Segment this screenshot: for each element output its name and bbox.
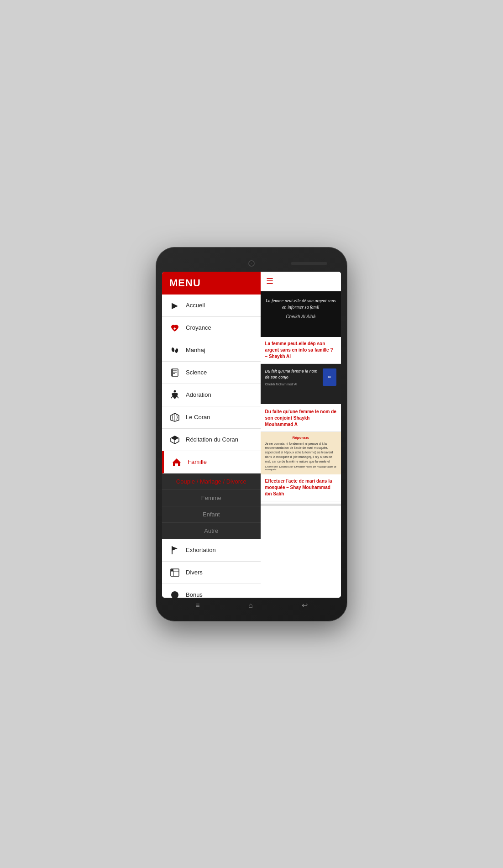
svg-point-8 (174, 390, 176, 392)
svg-text:+: + (173, 326, 176, 331)
camera (248, 260, 255, 267)
article-item-2[interactable]: Du faite qu'une femme le nom de son conj… (261, 405, 341, 432)
article-2-title: Du faite qu'une femme le nom de son conj… (265, 409, 336, 428)
svg-rect-7 (172, 369, 173, 376)
croyance-label: Croyance (186, 324, 211, 331)
manhaj-label: Manhaj (186, 347, 205, 353)
famille-label: Famille (188, 458, 207, 465)
play-icon: ▶ (168, 299, 181, 312)
prayer-icon (168, 389, 181, 401)
science-label: Science (186, 369, 207, 376)
divers-icon (168, 566, 181, 579)
card2-author: Cheikh Mohammed 'Al (265, 383, 320, 386)
coran-icon (168, 411, 181, 424)
accueil-label: Accueil (186, 302, 205, 309)
nav-menu-icon[interactable]: ≡ (195, 601, 199, 610)
bottom-stripe-2 (261, 504, 341, 506)
enfant-label: Enfant (168, 511, 254, 518)
phone-device: MENU ▶ Accueil + Croyance (156, 247, 347, 621)
svg-rect-13 (175, 463, 178, 466)
footprint-icon (168, 344, 181, 357)
menu-panel: MENU ▶ Accueil + Croyance (162, 272, 261, 598)
passport-image: ID (323, 368, 336, 386)
featured-card[interactable]: La femme peut-elle dé son argent sans en… (261, 291, 341, 337)
lecoran-label: Le Coran (186, 414, 210, 421)
book-icon (168, 366, 181, 379)
beige-title: Réponse: (265, 436, 336, 440)
adoration-label: Adoration (186, 391, 211, 398)
svg-point-19 (171, 591, 178, 598)
divers-label: Divers (186, 569, 203, 576)
bonus-icon (168, 589, 181, 598)
beige-footer: Cheikh ibn 'Dhouquîne: Effectuer l'acte … (265, 465, 336, 471)
recitation-icon (168, 433, 181, 446)
flag-icon (168, 544, 181, 557)
autre-label: Autre (168, 527, 254, 534)
recitation-label: Récitation du Coran (186, 436, 238, 443)
sidebar-item-adoration[interactable]: Adoration (162, 384, 261, 406)
sidebar-item-lecoran[interactable]: Le Coran (162, 406, 261, 429)
menu-title: MENU (169, 277, 201, 289)
article-1-title: La femme peut-elle dép son argent sans e… (265, 341, 336, 360)
card2-text: Du fait qu'une femme le nom de son conjo (265, 368, 320, 381)
sidebar-item-recitation[interactable]: Récitation du Coran (162, 429, 261, 451)
svg-point-1 (171, 347, 175, 352)
phone-bottom-bar: ≡ ⌂ ↩ (162, 598, 341, 613)
svg-rect-18 (171, 569, 173, 571)
svg-line-9 (171, 396, 173, 398)
submenu-item-autre[interactable]: Autre (162, 523, 261, 539)
speaker (291, 262, 327, 265)
svg-line-10 (177, 396, 178, 398)
content-topbar: ☰ (261, 272, 341, 291)
nav-back-icon[interactable]: ↩ (302, 601, 308, 610)
heart-plus-icon: + (168, 321, 181, 334)
featured-title: La femme peut-elle dé son argent sans en… (265, 298, 336, 310)
sidebar-item-manhaj[interactable]: Manhaj (162, 339, 261, 362)
phone-screen: MENU ▶ Accueil + Croyance (162, 272, 341, 598)
content-panel: ☰ La femme peut-elle dé son argent sans … (261, 272, 341, 598)
sidebar-item-divers[interactable]: Divers (162, 562, 261, 584)
sidebar-item-croyance[interactable]: + Croyance (162, 317, 261, 339)
famille-submenu: Couple / Mariage / Divorce Femme Enfant … (162, 473, 261, 539)
exhortation-label: Exhortation (186, 547, 216, 553)
submenu-item-femme[interactable]: Femme (162, 490, 261, 506)
phone-top-bar (162, 255, 341, 272)
beige-card[interactable]: Réponse: Je ne connais ni fondement ni p… (261, 432, 341, 475)
featured-author: Cheikh Al Albâ (265, 314, 336, 319)
sidebar-item-bonus[interactable]: Bonus (162, 584, 261, 598)
article-3-title: Effectuer l'acte de mari dans la mosquée… (265, 478, 336, 497)
image-card-2[interactable]: Du fait qu'une femme le nom de son conjo… (261, 364, 341, 405)
beige-text: Je ne connais ni fondement ni preuve d à… (265, 442, 336, 464)
couple-label: Couple / Mariage / Divorce (168, 478, 254, 485)
screen-content: MENU ▶ Accueil + Croyance (162, 272, 341, 598)
submenu-item-enfant[interactable]: Enfant (162, 506, 261, 523)
nav-home-icon[interactable]: ⌂ (248, 601, 253, 610)
famille-icon (170, 456, 183, 468)
sidebar-item-exhortation[interactable]: Exhortation (162, 539, 261, 562)
bonus-label: Bonus (186, 591, 203, 598)
article-item-3[interactable]: Effectuer l'acte de mari dans la mosquée… (261, 474, 341, 501)
menu-header: MENU (162, 272, 261, 295)
femme-label: Femme (168, 494, 254, 501)
article-item-1[interactable]: La femme peut-elle dép son argent sans e… (261, 337, 341, 364)
submenu-item-couple[interactable]: Couple / Mariage / Divorce (162, 473, 261, 490)
sidebar-item-accueil[interactable]: ▶ Accueil (162, 295, 261, 317)
sidebar-item-famille[interactable]: Famille (162, 451, 261, 473)
svg-point-2 (175, 348, 178, 353)
sidebar-item-science[interactable]: Science (162, 362, 261, 384)
hamburger-icon[interactable]: ☰ (266, 276, 273, 286)
